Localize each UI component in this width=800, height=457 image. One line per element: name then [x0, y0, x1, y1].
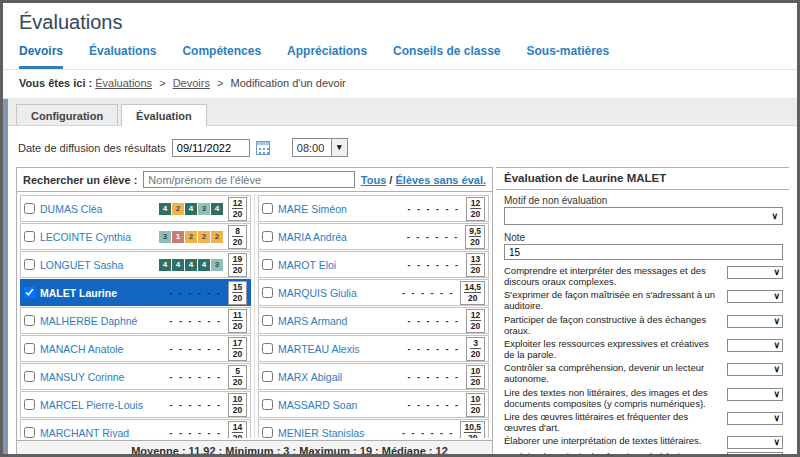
breadcrumb-link-evaluations[interactable]: Évaluations [95, 77, 152, 89]
chevron-down-icon: ∨ [771, 212, 778, 221]
nav-item-competences[interactable]: Compétences [182, 44, 261, 69]
student-row[interactable]: MALET Laurine- - - - - -1520 [20, 279, 251, 306]
competency-select[interactable]: ∨ [727, 452, 783, 457]
competency-square: 3 [211, 259, 223, 271]
tab-strip: Configuration Évaluation [8, 99, 797, 126]
student-row[interactable]: MANACH Anatole- - - - - -1720 [20, 335, 251, 362]
student-checkbox[interactable] [24, 203, 35, 214]
competency-select[interactable]: ∨ [727, 412, 783, 425]
student-name-link[interactable]: MANSUY Corinne [40, 371, 165, 383]
nav-item-appreciations[interactable]: Appréciations [287, 44, 367, 69]
student-name-link[interactable]: MASSARD Soan [278, 399, 403, 411]
search-input[interactable] [143, 171, 354, 188]
nav-item-evaluations[interactable]: Évaluations [89, 44, 156, 69]
competency-marks: - - - - - - [407, 232, 461, 242]
student-row[interactable]: MANSUY Corinne- - - - - -520 [20, 363, 251, 390]
competency-select[interactable]: ∨ [727, 388, 783, 401]
student-row[interactable]: MALHERBE Daphné- - - - - -1120 [20, 307, 251, 334]
student-name-link[interactable]: MANACH Anatole [40, 343, 165, 355]
competency-square: 4 [185, 259, 197, 271]
student-row[interactable]: MARIA Andréa- - - - - -9,520 [258, 223, 489, 250]
evaluation-form: Motif de non évaluation ∨ Note Comprendr… [496, 190, 789, 457]
tab-configuration[interactable]: Configuration [16, 104, 118, 125]
filter-link-tous[interactable]: Tous [361, 174, 386, 186]
competency-select[interactable]: ∨ [727, 363, 783, 376]
student-checkbox[interactable] [262, 203, 273, 214]
student-checkbox[interactable] [24, 427, 35, 438]
diffusion-date-input[interactable] [172, 139, 250, 157]
competency-marks: - - - - - - [408, 316, 462, 326]
competency-select[interactable]: ∨ [727, 315, 783, 328]
student-row[interactable]: MARX Abigail- - - - - -1020 [258, 363, 489, 390]
student-row[interactable]: LONGUET Sasha444431920 [20, 251, 251, 278]
no-eval-dashes: - - - - - - [408, 372, 460, 382]
competency-select[interactable]: ∨ [727, 436, 783, 449]
student-name-link[interactable]: MARE Siméon [278, 203, 403, 215]
student-name-link[interactable]: LECOINTE Cynthia [40, 231, 154, 243]
student-checkbox[interactable] [24, 259, 35, 270]
student-name-link[interactable]: MALHERBE Daphné [40, 315, 165, 327]
competency-select[interactable]: ∨ [727, 266, 783, 279]
student-row[interactable]: MARE Siméon- - - - - -1220 [258, 195, 489, 222]
student-name-link[interactable]: MAROT Eloi [278, 259, 403, 271]
student-name-link[interactable]: DUMAS Cléa [40, 203, 154, 215]
student-checkbox[interactable] [262, 231, 273, 242]
competency-select[interactable]: ∨ [727, 290, 783, 303]
diffusion-time-select: 08:00 ▾ [292, 138, 348, 157]
student-row[interactable]: MASSARD Soan- - - - - -1020 [258, 391, 489, 418]
nav-item-devoirs[interactable]: Devoirs [19, 44, 63, 69]
calendar-icon[interactable] [256, 141, 270, 155]
tab-evaluation[interactable]: Évaluation [121, 104, 207, 126]
student-column-1: MARE Siméon- - - - - -1220MARIA Andréa- … [254, 194, 490, 438]
student-checkbox[interactable] [262, 399, 273, 410]
student-name-link[interactable]: MENIER Stanislas [278, 427, 397, 439]
student-name-link[interactable]: LONGUET Sasha [40, 259, 154, 271]
student-checkbox[interactable] [262, 287, 273, 298]
student-row[interactable]: MARCEL Pierre-Louis- - - - - -1020 [20, 391, 251, 418]
nav-item-conseils[interactable]: Conseils de classe [393, 44, 500, 69]
student-checkbox[interactable] [24, 315, 35, 326]
student-row[interactable]: MAROT Eloi- - - - - -1320 [258, 251, 489, 278]
student-row[interactable]: MENIER Stanislas- - - - - -10,520 [258, 419, 489, 438]
student-checkbox[interactable] [24, 231, 35, 242]
competency-row: Lire des œuvres littéraires et fréquente… [504, 412, 783, 434]
competency-marks: - - - - - - [408, 204, 462, 214]
student-name-link[interactable]: MARIA Andréa [278, 231, 402, 243]
chevron-down-icon: ∨ [773, 365, 780, 374]
student-checkbox[interactable] [262, 343, 273, 354]
competency-select[interactable]: ∨ [727, 339, 783, 352]
student-checkbox[interactable] [24, 287, 35, 298]
time-dropdown-button[interactable]: ▾ [332, 138, 348, 157]
student-checkbox[interactable] [262, 315, 273, 326]
student-name-link[interactable]: MARTEAU Alexis [278, 343, 403, 355]
student-checkbox[interactable] [24, 343, 35, 354]
student-row[interactable]: MARCHANT Riyad- - - - - -1420 [20, 419, 251, 438]
student-name-link[interactable]: MARS Armand [278, 315, 403, 327]
student-name-link[interactable]: MARCHANT Riyad [40, 427, 165, 439]
student-row[interactable]: MARQUIS Giulia- - - - - -14,520 [258, 279, 489, 306]
student-name-link[interactable]: MARX Abigail [278, 371, 403, 383]
student-name-link[interactable]: MARCEL Pierre-Louis [40, 399, 165, 411]
nav-item-sous-matieres[interactable]: Sous-matières [527, 44, 610, 69]
student-checkbox[interactable] [262, 371, 273, 382]
breadcrumb-link-devoirs[interactable]: Devoirs [173, 77, 210, 89]
student-checkbox[interactable] [24, 371, 35, 382]
chevron-down-icon: ∨ [773, 292, 780, 301]
student-row[interactable]: MARS Armand- - - - - -1220 [258, 307, 489, 334]
student-checkbox[interactable] [262, 259, 273, 270]
student-row[interactable]: MARTEAU Alexis- - - - - -320 [258, 335, 489, 362]
student-name-link[interactable]: MARQUIS Giulia [278, 287, 397, 299]
grade-fraction: 1720 [228, 337, 247, 361]
student-checkbox[interactable] [24, 399, 35, 410]
competency-row: Exploiter les ressources expressives et … [504, 339, 783, 361]
student-column-0: DUMAS Cléa424341220LECOINTE Cynthia31222… [19, 194, 252, 438]
filter-link-sans-eval[interactable]: Élèves sans éval. [395, 174, 486, 186]
motif-select[interactable]: ∨ [504, 207, 783, 225]
student-checkbox[interactable] [262, 427, 273, 438]
diffusion-time-value[interactable]: 08:00 [292, 138, 332, 157]
student-row[interactable]: DUMAS Cléa424341220 [20, 195, 251, 222]
student-name-link[interactable]: MALET Laurine [40, 287, 165, 299]
student-row[interactable]: LECOINTE Cynthia31222820 [20, 223, 251, 250]
note-input[interactable] [504, 244, 783, 260]
breadcrumb: Vous êtes ici : Évaluations > Devoirs > … [3, 70, 797, 99]
